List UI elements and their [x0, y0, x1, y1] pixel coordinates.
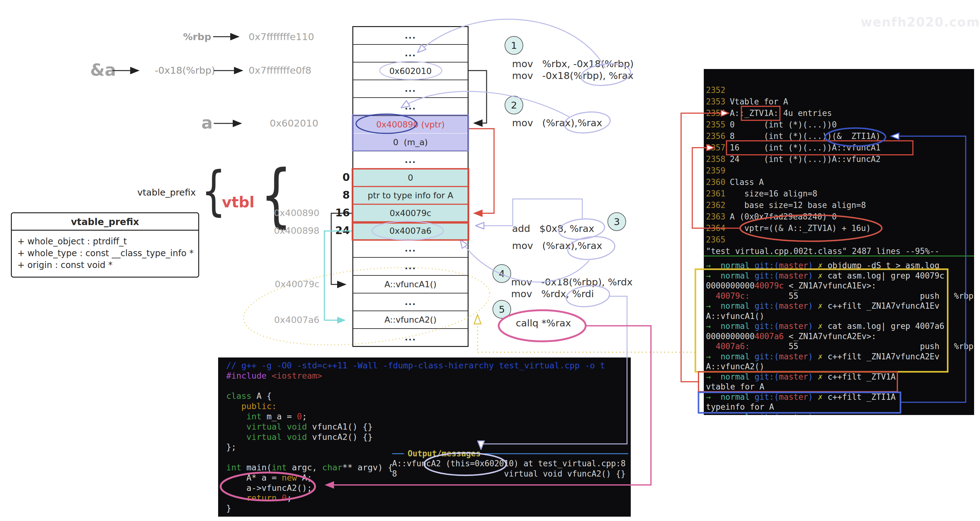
- vim-line: 2353Vtable for A: [706, 96, 974, 108]
- address-of-a-label: &a: [90, 60, 116, 80]
- yellow-up-arrow: [474, 315, 481, 324]
- vim-line-number: 2354: [706, 108, 725, 118]
- step-5-asm: callq *%rax: [516, 317, 571, 329]
- vim-line-number: 2360: [706, 177, 725, 187]
- vim-line-number: 2353: [706, 97, 725, 106]
- output-lines: A::vfuncA2 (this=0x602010) at test_virtu…: [392, 459, 628, 479]
- code-line: → normal git:(master): [706, 412, 974, 415]
- step-4-badge: 4: [493, 264, 511, 283]
- vtable-prefix-uml-box: vtable_prefix + whole_object : ptrdiff_t…: [11, 212, 199, 277]
- output-header-line: [484, 453, 628, 454]
- vim-line-number: 2355: [706, 120, 725, 129]
- vim-line-number: 2356: [706, 132, 725, 141]
- memory-cell: ...: [353, 257, 468, 275]
- vim-line-number: 2362: [706, 201, 725, 210]
- asm-line: mov %rdx, %rdi: [511, 288, 633, 300]
- output-line: 8 virtual void vfuncA2() {}: [392, 469, 628, 479]
- vim-terminal-panel: 23522353Vtable for A2354A::_ZTV1A: 4u en…: [704, 69, 974, 415]
- code-line: A::vfuncA2(): [706, 362, 974, 372]
- memory-cell: A::vfuncA1(): [353, 275, 468, 293]
- code-line: virtual void vfuncA1() {}: [226, 422, 631, 432]
- asm-line: mov -0x18(%rbp), %rdx: [511, 276, 633, 288]
- offset-16: 16: [331, 206, 350, 219]
- vfuncA1-address: 0x40079c: [273, 279, 320, 289]
- vtable-slot24-address: 0x400898: [273, 225, 320, 236]
- memory-cell: 0: [353, 169, 468, 186]
- memory-cell: 0x40079c: [353, 204, 468, 221]
- output-header: Output/messages: [392, 449, 628, 459]
- code-line: int m_a = 0;: [226, 411, 631, 422]
- code-line: a->vfuncA2();: [226, 483, 631, 493]
- code-line: → normal git:(master) ✗ c++filt _ZTI1A: [706, 392, 974, 402]
- vtbl-brace: {: [260, 160, 292, 229]
- step-2-badge: 2: [504, 96, 523, 115]
- vfuncA2-address: 0x4007a6: [273, 315, 320, 325]
- vim-line-number: 2358: [706, 155, 725, 164]
- vim-line-number: 2352: [706, 86, 725, 95]
- memory-cell: ...: [353, 44, 468, 62]
- code-line: 000000000040079c <_ZN1A7vfuncA1Ev>:: [706, 281, 974, 291]
- memory-cell: 0x4007a6: [353, 221, 468, 239]
- uml-field: + origin : const void *: [18, 259, 192, 271]
- rbp-offset-expr: -0x18(%rbp): [155, 65, 215, 76]
- asm-line: mov %rbx, -0x18(%rbp): [512, 58, 633, 70]
- offset-24: 24: [331, 224, 350, 237]
- memory-cell: 0x602010: [353, 62, 468, 80]
- memory-cell: A::vfuncA2(): [353, 311, 468, 328]
- step-4-asm: mov -0x18(%rbp), %rdxmov %rdx, %rdi: [511, 276, 633, 300]
- vim-line-number: 2357: [706, 143, 725, 152]
- memory-cell: ...: [353, 27, 468, 44]
- offset-8: 8: [331, 189, 350, 201]
- vim-line-number: 2361: [706, 189, 725, 198]
- step-1-asm: mov %rbx, -0x18(%rbp)mov -0x18(%rbp), %r…: [512, 58, 633, 81]
- asm-line: callq *%rax: [516, 317, 571, 329]
- vim-line: 2352: [706, 84, 974, 96]
- vtbl-label: vtbl: [222, 193, 255, 211]
- code-line: class A {: [226, 391, 631, 402]
- code-line: [226, 381, 631, 391]
- asm-line: mov (%rax),%rax: [512, 117, 602, 129]
- terminal-output: → normal git:(master) ✗ objdump -dS t > …: [706, 260, 974, 415]
- vim-line: 235824 (int (*)(...))A::vfuncA2: [706, 154, 974, 165]
- code-line: → normal git:(master) ✗ cat asm.log| gre…: [706, 321, 974, 331]
- vim-line: 23568 (int (*)(...))(& _ZTI1A): [706, 131, 974, 142]
- vim-line: 235716 (int (*)(...))A::vfuncA1: [706, 142, 974, 154]
- memory-cell: ...: [353, 239, 468, 257]
- vim-line: 23550 (int (*)(...))0: [706, 119, 974, 131]
- vim-line-number: 2365: [706, 235, 725, 244]
- output-header-label: Output/messages: [408, 449, 480, 458]
- code-line: → normal git:(master) ✗ cat asm.log| gre…: [706, 271, 974, 281]
- step-3-badge: 3: [608, 212, 626, 231]
- memory-cell: ...: [353, 293, 468, 311]
- memory-column: ......0x602010......0x400890 (vptr)0 (m_…: [352, 26, 469, 347]
- vtable-diagram-page: { "watermark": "wenfh2020.com", "ui": { …: [0, 0, 980, 521]
- code-line: // g++ -g -O0 -std=c++11 -Wall -fdump-cl…: [226, 361, 631, 371]
- code-editor-panel: // g++ -g -O0 -std=c++11 -Wall -fdump-cl…: [218, 357, 631, 517]
- uml-fields: + whole_object : ptrdiff_t+ whole_type :…: [12, 231, 198, 277]
- step-1-badge: 1: [504, 36, 523, 55]
- a-pointer-value: 0x602010: [270, 118, 318, 129]
- code-line: virtual void vfuncA2() {}: [226, 432, 631, 442]
- asm-line: mov -0x18(%rbp), %rax: [512, 70, 633, 81]
- a-pointer-label: a: [201, 113, 213, 132]
- vim-line: 2365: [706, 234, 974, 245]
- memory-cell: ptr to type info for A: [353, 186, 468, 204]
- code-line: → normal git:(master) ✗ c++filt _ZN1A7vf…: [706, 352, 974, 362]
- vim-line: 2362 base size=12 base align=8: [706, 199, 974, 211]
- memory-cell: ...: [353, 97, 468, 115]
- rbp-register-label: %rbp: [168, 31, 211, 42]
- rbp-address-value: 0x7fffffffe110: [248, 31, 314, 42]
- vptr-to-vtable-connector: [469, 129, 494, 213]
- vim-line-number: 2364: [706, 223, 725, 233]
- step-5-badge: 5: [493, 300, 511, 319]
- code-line: → normal git:(master) ✗ c++filt _ZN1A7vf…: [706, 301, 974, 311]
- vim-line-number: 2363: [706, 212, 725, 221]
- vim-line: 2359: [706, 165, 974, 177]
- output-header-dash: [392, 453, 404, 454]
- code-line: A::vfuncA1(): [706, 311, 974, 322]
- code-line: }: [226, 503, 631, 513]
- vtable-slot16-address: 0x400890: [273, 208, 320, 218]
- vim-line: 2360Class A: [706, 177, 974, 188]
- slot24-to-vfuncA2-connector: [325, 231, 352, 320]
- code-line: #include <iostream>: [226, 371, 631, 381]
